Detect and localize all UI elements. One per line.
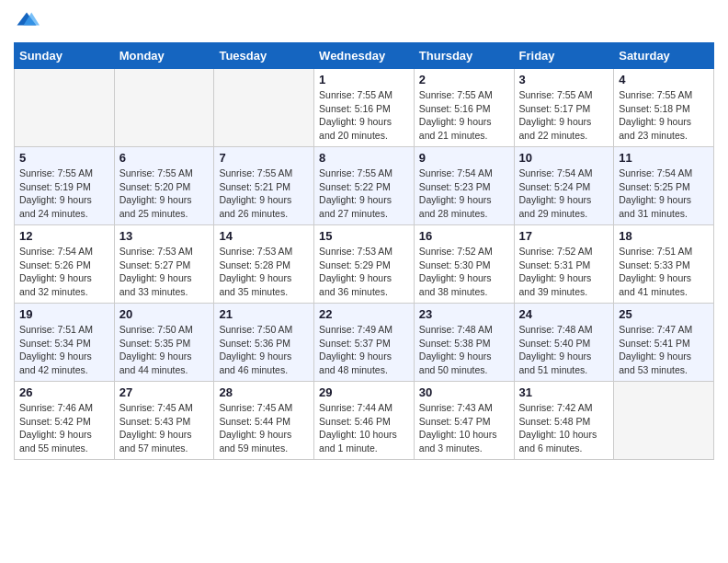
calendar-day-cell: 19Sunrise: 7:51 AMSunset: 5:34 PMDayligh… bbox=[15, 304, 115, 382]
calendar-week-row: 5Sunrise: 7:55 AMSunset: 5:19 PMDaylight… bbox=[15, 147, 714, 225]
day-number: 5 bbox=[19, 151, 109, 165]
calendar-day-cell: 10Sunrise: 7:54 AMSunset: 5:24 PMDayligh… bbox=[514, 147, 614, 225]
calendar-day-cell: 30Sunrise: 7:43 AMSunset: 5:47 PMDayligh… bbox=[414, 382, 514, 460]
day-number: 30 bbox=[419, 385, 509, 399]
day-info: Sunrise: 7:43 AMSunset: 5:47 PMDaylight:… bbox=[419, 401, 509, 455]
calendar-day-cell: 7Sunrise: 7:55 AMSunset: 5:21 PMDaylight… bbox=[214, 147, 314, 225]
day-number: 9 bbox=[419, 151, 509, 165]
day-info: Sunrise: 7:53 AMSunset: 5:28 PMDaylight:… bbox=[219, 245, 309, 299]
calendar-week-row: 26Sunrise: 7:46 AMSunset: 5:42 PMDayligh… bbox=[15, 382, 714, 460]
day-info: Sunrise: 7:50 AMSunset: 5:35 PMDaylight:… bbox=[119, 323, 210, 377]
calendar-day-cell: 12Sunrise: 7:54 AMSunset: 5:26 PMDayligh… bbox=[15, 225, 115, 304]
day-number: 21 bbox=[219, 307, 309, 321]
calendar-day-cell: 28Sunrise: 7:45 AMSunset: 5:44 PMDayligh… bbox=[214, 382, 314, 460]
calendar-day-cell: 21Sunrise: 7:50 AMSunset: 5:36 PMDayligh… bbox=[214, 304, 314, 382]
calendar-table: SundayMondayTuesdayWednesdayThursdayFrid… bbox=[14, 42, 714, 460]
calendar-day-cell: 25Sunrise: 7:47 AMSunset: 5:41 PMDayligh… bbox=[614, 304, 714, 382]
calendar-day-cell: 16Sunrise: 7:52 AMSunset: 5:30 PMDayligh… bbox=[414, 225, 514, 304]
day-number: 31 bbox=[519, 385, 609, 399]
day-info: Sunrise: 7:55 AMSunset: 5:16 PMDaylight:… bbox=[419, 88, 509, 143]
calendar-day-cell: 27Sunrise: 7:45 AMSunset: 5:43 PMDayligh… bbox=[114, 382, 214, 460]
day-info: Sunrise: 7:45 AMSunset: 5:44 PMDaylight:… bbox=[219, 401, 309, 455]
day-info: Sunrise: 7:51 AMSunset: 5:33 PMDaylight:… bbox=[619, 245, 709, 299]
weekday-header: Friday bbox=[514, 43, 614, 69]
day-info: Sunrise: 7:55 AMSunset: 5:20 PMDaylight:… bbox=[119, 167, 210, 221]
calendar-day-cell: 11Sunrise: 7:54 AMSunset: 5:25 PMDayligh… bbox=[614, 147, 714, 225]
day-number: 25 bbox=[619, 307, 709, 321]
day-number: 23 bbox=[419, 307, 509, 321]
day-info: Sunrise: 7:47 AMSunset: 5:41 PMDaylight:… bbox=[619, 323, 709, 377]
day-info: Sunrise: 7:51 AMSunset: 5:34 PMDaylight:… bbox=[19, 323, 109, 377]
day-number: 14 bbox=[219, 229, 309, 243]
weekday-header: Monday bbox=[114, 43, 214, 69]
day-info: Sunrise: 7:55 AMSunset: 5:22 PMDaylight:… bbox=[319, 167, 409, 221]
calendar-day-cell: 23Sunrise: 7:48 AMSunset: 5:38 PMDayligh… bbox=[414, 304, 514, 382]
day-info: Sunrise: 7:55 AMSunset: 5:19 PMDaylight:… bbox=[19, 167, 109, 221]
day-info: Sunrise: 7:54 AMSunset: 5:25 PMDaylight:… bbox=[619, 167, 709, 221]
day-info: Sunrise: 7:55 AMSunset: 5:17 PMDaylight:… bbox=[519, 88, 609, 143]
calendar-week-row: 1Sunrise: 7:55 AMSunset: 5:16 PMDaylight… bbox=[15, 69, 714, 147]
page-header bbox=[14, 9, 714, 35]
calendar-day-cell bbox=[614, 382, 714, 460]
day-number: 11 bbox=[619, 151, 709, 165]
weekday-header: Saturday bbox=[614, 43, 714, 69]
day-info: Sunrise: 7:54 AMSunset: 5:23 PMDaylight:… bbox=[419, 167, 509, 221]
day-number: 24 bbox=[519, 307, 609, 321]
day-number: 2 bbox=[419, 73, 509, 86]
logo bbox=[14, 9, 43, 35]
weekday-header: Sunday bbox=[15, 43, 115, 69]
day-info: Sunrise: 7:45 AMSunset: 5:43 PMDaylight:… bbox=[119, 401, 210, 455]
day-info: Sunrise: 7:52 AMSunset: 5:30 PMDaylight:… bbox=[419, 245, 509, 299]
calendar-day-cell: 20Sunrise: 7:50 AMSunset: 5:35 PMDayligh… bbox=[114, 304, 214, 382]
calendar-day-cell: 2Sunrise: 7:55 AMSunset: 5:16 PMDaylight… bbox=[414, 69, 514, 147]
calendar-day-cell: 9Sunrise: 7:54 AMSunset: 5:23 PMDaylight… bbox=[414, 147, 514, 225]
day-info: Sunrise: 7:52 AMSunset: 5:31 PMDaylight:… bbox=[519, 245, 609, 299]
calendar-week-row: 19Sunrise: 7:51 AMSunset: 5:34 PMDayligh… bbox=[15, 304, 714, 382]
day-info: Sunrise: 7:50 AMSunset: 5:36 PMDaylight:… bbox=[219, 323, 309, 377]
calendar-day-cell: 22Sunrise: 7:49 AMSunset: 5:37 PMDayligh… bbox=[314, 304, 415, 382]
logo-icon bbox=[14, 9, 40, 35]
day-info: Sunrise: 7:48 AMSunset: 5:40 PMDaylight:… bbox=[519, 323, 609, 377]
day-number: 1 bbox=[319, 73, 409, 86]
day-number: 12 bbox=[19, 229, 109, 243]
day-number: 10 bbox=[519, 151, 609, 165]
calendar-day-cell: 8Sunrise: 7:55 AMSunset: 5:22 PMDaylight… bbox=[314, 147, 415, 225]
calendar-day-cell: 18Sunrise: 7:51 AMSunset: 5:33 PMDayligh… bbox=[614, 225, 714, 304]
calendar-day-cell: 29Sunrise: 7:44 AMSunset: 5:46 PMDayligh… bbox=[314, 382, 415, 460]
day-number: 8 bbox=[319, 151, 409, 165]
day-info: Sunrise: 7:46 AMSunset: 5:42 PMDaylight:… bbox=[19, 401, 109, 455]
day-number: 29 bbox=[319, 385, 409, 399]
day-number: 27 bbox=[119, 385, 210, 399]
calendar-day-cell: 14Sunrise: 7:53 AMSunset: 5:28 PMDayligh… bbox=[214, 225, 314, 304]
day-info: Sunrise: 7:55 AMSunset: 5:16 PMDaylight:… bbox=[319, 88, 409, 143]
day-info: Sunrise: 7:48 AMSunset: 5:38 PMDaylight:… bbox=[419, 323, 509, 377]
day-number: 7 bbox=[219, 151, 309, 165]
day-info: Sunrise: 7:42 AMSunset: 5:48 PMDaylight:… bbox=[519, 401, 609, 455]
day-number: 16 bbox=[419, 229, 509, 243]
weekday-header: Tuesday bbox=[214, 43, 314, 69]
day-info: Sunrise: 7:53 AMSunset: 5:29 PMDaylight:… bbox=[319, 245, 409, 299]
calendar-day-cell bbox=[15, 69, 115, 147]
day-number: 19 bbox=[19, 307, 109, 321]
weekday-header: Wednesday bbox=[314, 43, 415, 69]
day-number: 26 bbox=[19, 385, 109, 399]
calendar-day-cell: 24Sunrise: 7:48 AMSunset: 5:40 PMDayligh… bbox=[514, 304, 614, 382]
calendar-day-cell: 13Sunrise: 7:53 AMSunset: 5:27 PMDayligh… bbox=[114, 225, 214, 304]
calendar-header-row: SundayMondayTuesdayWednesdayThursdayFrid… bbox=[15, 43, 714, 69]
calendar-day-cell: 6Sunrise: 7:55 AMSunset: 5:20 PMDaylight… bbox=[114, 147, 214, 225]
day-number: 18 bbox=[619, 229, 709, 243]
day-number: 6 bbox=[119, 151, 210, 165]
calendar-week-row: 12Sunrise: 7:54 AMSunset: 5:26 PMDayligh… bbox=[15, 225, 714, 304]
day-info: Sunrise: 7:55 AMSunset: 5:18 PMDaylight:… bbox=[619, 88, 709, 143]
weekday-header: Thursday bbox=[414, 43, 514, 69]
day-info: Sunrise: 7:55 AMSunset: 5:21 PMDaylight:… bbox=[219, 167, 309, 221]
calendar-day-cell: 31Sunrise: 7:42 AMSunset: 5:48 PMDayligh… bbox=[514, 382, 614, 460]
calendar-day-cell: 4Sunrise: 7:55 AMSunset: 5:18 PMDaylight… bbox=[614, 69, 714, 147]
calendar-day-cell bbox=[214, 69, 314, 147]
day-info: Sunrise: 7:54 AMSunset: 5:24 PMDaylight:… bbox=[519, 167, 609, 221]
day-number: 17 bbox=[519, 229, 609, 243]
calendar-day-cell bbox=[114, 69, 214, 147]
calendar-day-cell: 1Sunrise: 7:55 AMSunset: 5:16 PMDaylight… bbox=[314, 69, 415, 147]
day-number: 22 bbox=[319, 307, 409, 321]
day-info: Sunrise: 7:53 AMSunset: 5:27 PMDaylight:… bbox=[119, 245, 210, 299]
